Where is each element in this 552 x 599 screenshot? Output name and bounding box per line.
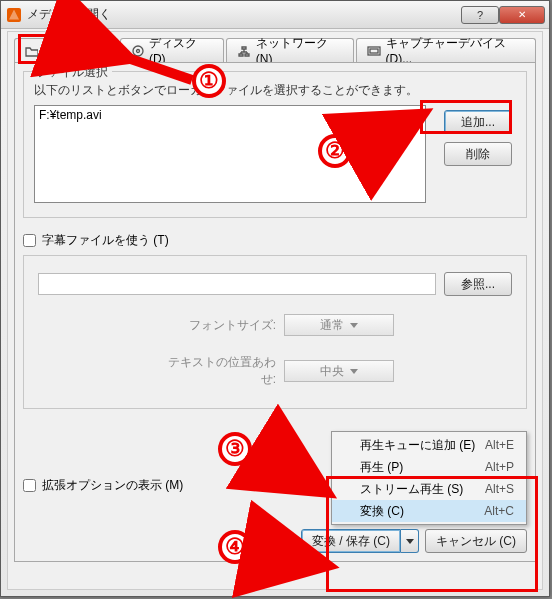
- tab-panel-file: ファイル選択 以下のリストとボタンでローカルファイルを選択することができます。 …: [14, 62, 536, 562]
- font-size-select[interactable]: 通常: [284, 314, 394, 336]
- subtitle-path-input[interactable]: [38, 273, 436, 295]
- convert-save-split-button: 変換 / 保存 (C): [301, 529, 419, 553]
- help-button[interactable]: ?: [461, 6, 499, 24]
- file-group-legend: ファイル選択: [32, 64, 112, 81]
- file-select-group: ファイル選択 以下のリストとボタンでローカルファイルを選択することができます。 …: [23, 71, 527, 218]
- advanced-checkbox[interactable]: [23, 479, 36, 492]
- chevron-down-icon: [350, 369, 358, 374]
- remove-button[interactable]: 削除: [444, 142, 512, 166]
- file-list[interactable]: F:¥temp.avi: [34, 105, 426, 203]
- menu-item-enqueue[interactable]: 再生キューに追加 (E)Alt+E: [332, 434, 526, 456]
- text-align-row: テキストの位置あわせ: 中央: [38, 354, 512, 388]
- subtitle-checkbox[interactable]: [23, 234, 36, 247]
- svg-rect-3: [370, 49, 378, 53]
- disc-icon: [131, 44, 144, 58]
- action-menu: 再生キューに追加 (E)Alt+E 再生 (P)Alt+P ストリーム再生 (S…: [331, 431, 527, 525]
- folder-icon: [25, 44, 38, 58]
- dialog-footer: 変換 / 保存 (C) キャンセル (C): [23, 529, 527, 553]
- font-size-label: フォントサイズ:: [156, 317, 276, 334]
- convert-save-dropdown[interactable]: [401, 529, 419, 553]
- menu-item-play[interactable]: 再生 (P)Alt+P: [332, 456, 526, 478]
- subtitle-check-row[interactable]: 字幕ファイルを使う (T): [23, 232, 527, 249]
- text-align-label: テキストの位置あわせ:: [156, 354, 276, 388]
- add-button[interactable]: 追加...: [444, 110, 512, 134]
- font-size-row: フォントサイズ: 通常: [38, 314, 512, 336]
- svg-point-0: [133, 46, 143, 56]
- capture-icon: [367, 44, 380, 58]
- menu-item-convert[interactable]: 変換 (C)Alt+C: [332, 500, 526, 522]
- tab-file[interactable]: ファイル (F): [14, 38, 118, 62]
- tab-capture[interactable]: キャプチャーデバイス(D)...: [356, 38, 536, 62]
- file-group-hint: 以下のリストとボタンでローカルファイルを選択することができます。: [34, 82, 426, 99]
- convert-save-button[interactable]: 変換 / 保存 (C): [301, 529, 401, 553]
- file-list-item[interactable]: F:¥temp.avi: [39, 108, 421, 122]
- subtitle-path-row: 参照...: [38, 272, 512, 296]
- client-area: ファイル (F) ディスク (D) ネットワーク (N) キャプチャーデバイス(…: [7, 31, 543, 590]
- advanced-check-label: 拡張オプションの表示 (M): [42, 477, 183, 494]
- subtitle-group: 参照... フォントサイズ: 通常 テキストの位置あわせ: 中央: [23, 255, 527, 409]
- text-align-select[interactable]: 中央: [284, 360, 394, 382]
- vlc-icon: [7, 8, 21, 22]
- subtitle-check-label: 字幕ファイルを使う (T): [42, 232, 169, 249]
- menu-item-stream[interactable]: ストリーム再生 (S)Alt+S: [332, 478, 526, 500]
- cancel-button[interactable]: キャンセル (C): [425, 529, 527, 553]
- dialog-window: メディアを開く ? ファイル (F) ディスク (D) ネットワーク (N) キ…: [0, 0, 550, 597]
- titlebar: メディアを開く ?: [1, 1, 549, 29]
- close-button[interactable]: [499, 6, 545, 24]
- tab-network[interactable]: ネットワーク (N): [226, 38, 354, 62]
- tab-strip: ファイル (F) ディスク (D) ネットワーク (N) キャプチャーデバイス(…: [8, 32, 542, 62]
- tab-disc[interactable]: ディスク (D): [120, 38, 225, 62]
- window-controls: ?: [461, 6, 545, 24]
- subtitle-browse-button[interactable]: 参照...: [444, 272, 512, 296]
- chevron-down-icon: [350, 323, 358, 328]
- file-side-buttons: 追加... 削除: [444, 110, 512, 166]
- chevron-down-icon: [406, 539, 414, 544]
- svg-point-1: [136, 49, 139, 52]
- window-title: メディアを開く: [27, 6, 111, 23]
- network-icon: [237, 44, 250, 58]
